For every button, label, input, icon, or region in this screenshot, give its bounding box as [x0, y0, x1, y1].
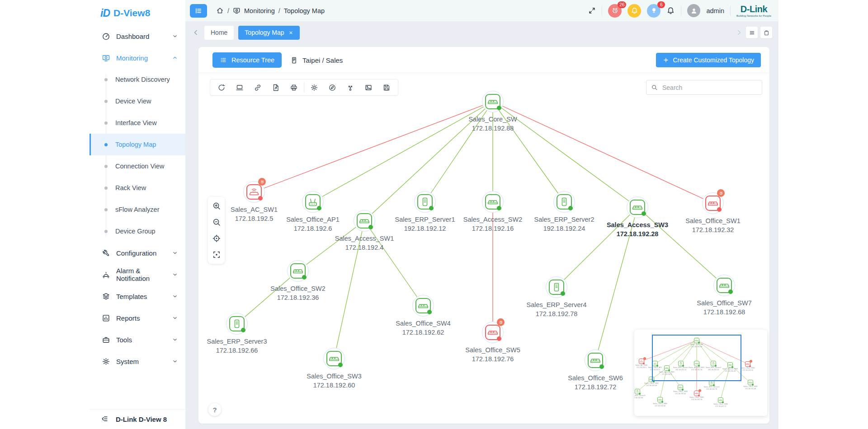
sidebar-item-device-group[interactable]: Device Group [90, 220, 185, 242]
node-label: Sales_Office_SW4172.18.192.62 [382, 319, 464, 337]
alarm-badge-icon [258, 178, 266, 186]
sidebar-item-dashboard[interactable]: Dashboard [90, 25, 185, 47]
breadcrumb-section[interactable]: Monitoring [244, 7, 275, 14]
status-dot [427, 310, 432, 314]
tab-scroll-right-icon[interactable] [735, 28, 743, 37]
export-icon[interactable] [267, 79, 285, 96]
server-device-icon [546, 276, 567, 298]
sidebar-item-device-view[interactable]: Device View [90, 90, 185, 112]
username[interactable]: admin [706, 7, 724, 14]
tab-home[interactable]: Home [204, 26, 234, 40]
node-label: Sales_Office_SW5172.18.192.76 [452, 346, 533, 364]
notification-button[interactable] [627, 4, 641, 18]
zoom-in-icon[interactable] [212, 201, 221, 210]
node-label: Sales_ERP_Server2192.18.192.24 [524, 215, 605, 233]
create-button-label: Create Customized Topology [673, 56, 754, 64]
bullet-icon [104, 78, 108, 81]
sidebar-item-connection-view[interactable]: Connection View [90, 155, 185, 177]
header-actions: 26 6 admin D-Link Building Networks for … [588, 4, 771, 18]
print-icon[interactable] [285, 79, 303, 96]
create-customized-topology-button[interactable]: Create Customized Topology [656, 53, 761, 67]
chevron-down-icon [172, 271, 178, 278]
zoom-out-icon[interactable] [212, 218, 221, 227]
chevron-down-icon [172, 293, 178, 299]
status-dot [717, 207, 722, 212]
settings-icon[interactable] [305, 79, 323, 96]
sidebar-item-rack-view[interactable]: Rack View [90, 177, 185, 199]
sidebar-item-topology-map[interactable]: Topology Map [90, 134, 185, 155]
sidebar-item-label: Reports [116, 314, 140, 322]
site-icon [290, 56, 298, 64]
resource-tree-button[interactable]: Resource Tree [212, 52, 282, 68]
close-icon[interactable] [288, 30, 293, 35]
sidebar-item-label: Alarm & Notification [116, 267, 166, 282]
fit-view-icon[interactable] [212, 250, 221, 259]
help-button[interactable]: ? [208, 403, 221, 416]
tips-button[interactable]: 6 [647, 4, 660, 18]
status-dot [497, 336, 501, 341]
switch-device-icon [323, 348, 345, 369]
configuration-icon [102, 249, 110, 257]
sidebar-item-label: System [116, 358, 139, 365]
save-icon[interactable] [377, 79, 396, 96]
sidebar-item-alarm-notification[interactable]: Alarm & Notification [90, 264, 185, 285]
sidebar-item-tools[interactable]: Tools [90, 329, 185, 350]
plus-icon [663, 57, 669, 63]
dlink-tagline: Building Networks for People [736, 14, 771, 17]
sidebar-item-label: Connection View [115, 163, 165, 170]
chevron-down-icon [172, 33, 178, 39]
ap-device-icon [302, 191, 324, 213]
canvas-controls [208, 197, 225, 264]
close-tabs-button[interactable] [760, 27, 772, 38]
chevron-down-icon [172, 250, 178, 256]
dview-logo-icon: iD [100, 7, 110, 19]
sidebar-item-configuration[interactable]: Configuration [90, 242, 185, 264]
sidebar-item-reports[interactable]: Reports [90, 307, 185, 329]
breadcrumb: / Monitoring / Topology Map [216, 7, 325, 14]
node-label: Sales_Office_AP1172.18.192.6 [272, 215, 354, 233]
tab-label: Home [211, 29, 227, 36]
tab-list-button[interactable] [746, 27, 758, 38]
divider [730, 6, 731, 16]
tips-count-badge: 6 [657, 1, 665, 8]
image-icon[interactable] [359, 79, 377, 96]
tab-topology-map[interactable]: Topology Map [238, 26, 299, 40]
tab-scroll-left-icon[interactable] [192, 28, 200, 37]
sidebar-footer[interactable]: D-Link D-View 8 [90, 409, 185, 429]
status-dot [368, 225, 373, 229]
node-label: Sales_Office_SW1172.18.192.32 [672, 217, 754, 234]
fullscreen-icon[interactable] [588, 7, 596, 14]
refresh-icon[interactable] [212, 79, 231, 96]
app-logo[interactable]: iD D-View8 [90, 0, 185, 20]
node-label: Sales_Access_SW2172.18.192.16 [452, 215, 533, 233]
search-input[interactable] [661, 84, 757, 92]
home-icon[interactable] [216, 7, 224, 14]
topology-icon[interactable] [341, 79, 359, 96]
toggle-menu-button[interactable] [190, 4, 207, 18]
compass-icon[interactable] [323, 79, 341, 96]
resource-tree-label: Resource Tree [231, 56, 274, 64]
tab-label: Topology Map [245, 29, 284, 36]
collapse-sidebar-icon[interactable] [101, 415, 108, 424]
sidebar-item-templates[interactable]: Templates [90, 285, 185, 307]
alarm-badge-icon [497, 318, 505, 326]
breadcrumb-separator: / [278, 7, 280, 14]
link-icon[interactable] [249, 79, 267, 96]
sidebar-item-sflow-analyzer[interactable]: sFlow Analyzer [90, 199, 185, 220]
sidebar-item-monitoring[interactable]: Monitoring [90, 47, 185, 69]
sidebar-item-interface-view[interactable]: Interface View [90, 112, 185, 134]
minimap[interactable]: Sales_Core_SW172.18.192.88Sales_AC_SW117… [634, 330, 767, 416]
minimap-viewport[interactable] [652, 335, 741, 381]
avatar[interactable] [687, 4, 700, 17]
locate-icon[interactable] [212, 234, 221, 243]
sidebar-item-network-discovery[interactable]: Network Discovery [90, 69, 185, 90]
status-dot [561, 291, 565, 296]
app-window: iD D-View8 DashboardMonitoringNetwork Di… [90, 0, 778, 429]
sidebar-item-system[interactable]: System [90, 350, 185, 372]
device-icon[interactable] [231, 79, 249, 96]
sidebar-item-label: Templates [116, 293, 147, 300]
bullet-icon [104, 100, 108, 103]
alarm-summary-button[interactable]: 26 [608, 4, 622, 18]
status-dot [497, 106, 501, 110]
bell-icon[interactable] [666, 6, 675, 15]
